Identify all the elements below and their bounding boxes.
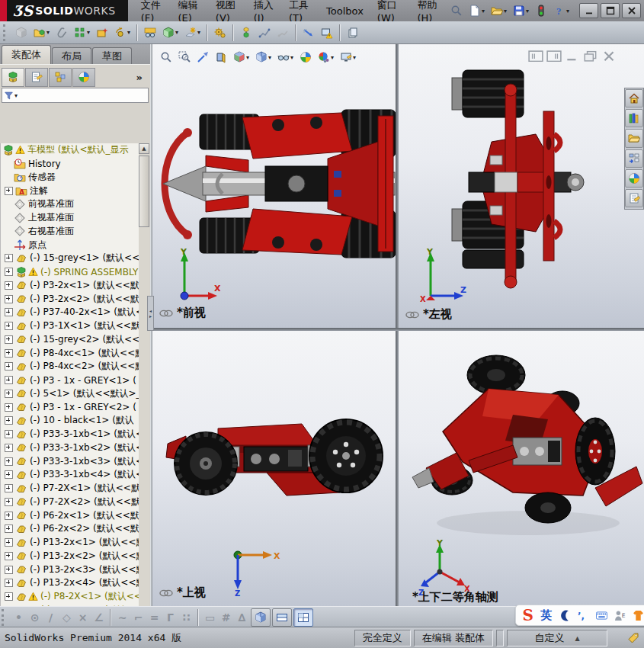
dropdown-caret-icon[interactable]: ▾ [504,8,507,14]
design-library-tab[interactable] [625,109,643,127]
appearances-tab[interactable] [625,169,643,188]
tree-item[interactable]: (-) P7-2X<2> (默认<<默认 [1,496,139,509]
tree-item[interactable]: (-) P6-2x<1> (默认<<默认 [1,508,139,522]
dropdown-caret-icon[interactable]: ▾ [175,29,178,36]
tree-item[interactable]: 上视基准面 [1,211,139,225]
menu-insert[interactable]: 插入(I) [247,0,282,24]
panel-expand-chevron[interactable]: » [136,72,143,83]
tab-assembly[interactable]: 装配体 [2,45,51,64]
edit-appearance-button[interactable] [297,47,314,67]
tree-item[interactable]: 右视基准面 [1,225,139,239]
tree-item[interactable]: (-) P13-2x<2> (默认<<默 [1,550,139,563]
dropdown-caret-icon[interactable]: ▾ [526,8,529,14]
tree-item[interactable]: 原点 [1,238,139,252]
displaymanager-tab[interactable] [72,68,95,87]
restore-button[interactable] [601,3,620,18]
tree-item[interactable]: A注解 [1,184,139,197]
tree-item[interactable]: 前视基准面 [1,197,139,211]
expand-plus-icon[interactable] [5,592,13,601]
mate-button[interactable] [53,24,70,42]
expand-plus-icon[interactable] [5,470,13,479]
expand-plus-icon[interactable] [5,524,13,533]
tree-item[interactable]: (-) P13-2x<1> (默认<<默 [1,536,139,550]
minimize-button[interactable] [579,3,598,18]
assembly-features-button[interactable]: ▾ [160,24,181,42]
two-view-button[interactable] [272,608,292,627]
dropdown-caret-icon[interactable]: ▾ [46,29,50,36]
search-icon[interactable] [450,5,463,17]
expand-plus-icon[interactable] [5,538,13,547]
configurationmanager-tab[interactable] [49,68,72,87]
tab-sketch[interactable]: 草图 [92,47,132,64]
previous-view-button[interactable] [194,47,211,67]
tab-layout[interactable]: 布局 [52,47,91,64]
tree-item[interactable]: (-) P3 - 1x - GREY<1> ( [1,374,139,387]
solidworks-options-button[interactable] [533,2,549,20]
tree-item[interactable]: (-) 15-grey<1> (默认<<默 [1,252,139,265]
expand-plus-icon[interactable] [5,390,13,398]
expand-plus-icon[interactable] [5,444,13,452]
expand-plus-icon[interactable] [5,457,13,466]
expand-plus-icon[interactable] [5,403,13,412]
four-view-button[interactable] [293,608,313,627]
new-document-button[interactable]: ▾ [466,2,487,20]
curve-driven-button[interactable] [300,24,317,42]
component-pattern-button[interactable]: ▾ [72,24,92,42]
expand-plus-icon[interactable] [5,566,13,574]
dropdown-caret-icon[interactable]: ▾ [482,8,485,14]
motion-study-button[interactable] [212,24,229,42]
viewport-vertical-divider[interactable] [396,44,399,606]
tag-icon[interactable] [627,632,639,644]
close-button[interactable] [622,3,641,18]
explode-line-sketch-button[interactable] [256,24,273,42]
zoom-to-area-button[interactable] [176,47,193,67]
viewport-isometric[interactable]: Y X Z *上下二等角轴测 [399,331,644,606]
doc-close-button[interactable] [601,50,617,62]
punctuation-icon[interactable]: ’, [578,610,589,621]
scroll-up-button[interactable]: ▲ [139,143,149,154]
tree-item[interactable]: (-) P3-1X<1> (默认<<默认 [1,319,139,333]
dropdown-caret-icon[interactable]: ▾ [87,29,90,36]
soft-keyboard-icon[interactable] [596,610,607,621]
custom-toolbar-box[interactable]: 自定义 ▲ [507,630,607,646]
menu-window[interactable]: 窗口(W) [370,0,411,24]
expand-plus-icon[interactable] [5,308,13,316]
tree-item[interactable]: (-) P7-2X<1> (默认<<默认 [1,482,139,496]
expand-plus-icon[interactable] [5,552,13,560]
ime-toolbox-icon[interactable]: E [614,610,626,621]
expand-plus-icon[interactable] [5,349,13,358]
doc-split-right-button[interactable] [546,50,562,62]
vertical-scroll-thumb[interactable] [139,156,149,227]
language-indicator[interactable]: 英 [540,608,552,623]
expand-plus-icon[interactable] [5,281,13,290]
file-explorer-tab[interactable] [625,129,643,147]
menu-file[interactable]: 文件(F) [134,0,171,24]
apply-scene-button[interactable]: ▾ [316,47,336,67]
viewport-front[interactable]: Y X *前视 [152,44,396,328]
tree-item[interactable]: (-) P33-3-1xb<1> (默认< [1,428,139,441]
dropdown-caret-icon[interactable]: ▾ [268,54,271,61]
interference-detection-button[interactable] [319,24,335,42]
save-button[interactable]: ▾ [511,2,531,20]
display-style-button[interactable]: ▾ [253,47,274,67]
menu-tools[interactable]: 工具(T) [282,0,319,24]
tree-item[interactable]: 传感器 [1,171,139,184]
tree-item[interactable]: (-) P8-2X<1> (默认<< [1,590,139,604]
expand-plus-icon[interactable] [5,254,13,262]
expand-plus-icon[interactable] [5,484,13,492]
dropdown-caret-icon[interactable]: ▾ [566,8,569,14]
single-view-button[interactable] [251,608,271,627]
tree-item[interactable]: (-) P3-2x<1> (默认<<默认 [1,279,139,293]
expand-plus-icon[interactable] [5,416,13,425]
sogou-logo[interactable]: S [523,608,533,623]
insert-part-button[interactable]: ▾ [31,24,52,42]
tree-item[interactable]: (-) P13-2x<4> (默认<<默 [1,576,139,590]
section-view-button[interactable] [213,47,229,67]
help-button[interactable]: ?▾ [551,2,572,20]
dropdown-caret-icon[interactable]: ▾ [290,54,293,61]
expand-plus-icon[interactable] [5,268,13,276]
expand-plus-icon[interactable] [5,322,13,330]
tree-vertical-scrollbar[interactable]: ▲ ▼ [139,143,149,630]
filter-caret-icon[interactable]: ▾ [14,92,18,99]
take-snapshot-button[interactable] [344,24,361,42]
